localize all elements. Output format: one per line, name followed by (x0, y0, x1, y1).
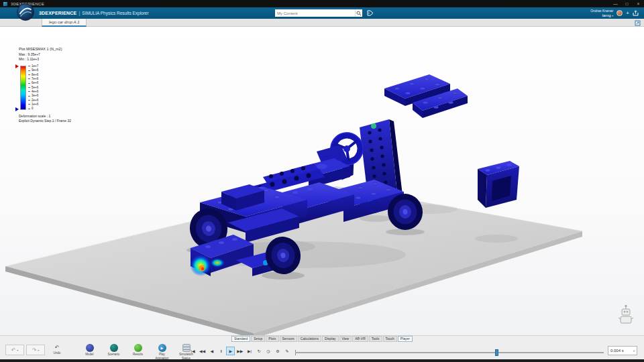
tag-icon[interactable] (366, 9, 374, 17)
redo-history-button[interactable]: ↷ ▾ (26, 345, 45, 355)
model-icon (86, 344, 94, 352)
undo-history-button[interactable]: ↶ ▾ (5, 345, 24, 355)
model-app-button[interactable]: Model (79, 344, 100, 360)
edit-animation-button[interactable]: ✎ (282, 347, 291, 355)
time-display[interactable]: 0.004 s ▾ (608, 346, 637, 355)
ribbon-tab-view[interactable]: View (339, 336, 352, 342)
max-clamp-arrow-icon (15, 64, 19, 68)
plot-title: Plot MISESMAX 1 (N_m2) (19, 47, 71, 51)
results-legend: Plot MISESMAX 1 (N_m2) Max : 9.35e+7 Min… (19, 47, 71, 123)
pause-button[interactable]: ‖ (217, 347, 225, 355)
play-animation-button[interactable]: Play Animation (152, 344, 172, 360)
flying-bracket-piece[interactable] (478, 161, 519, 208)
skip-to-end-button[interactable]: ▶| (245, 347, 254, 355)
share-icon[interactable] (633, 10, 639, 16)
bottom-action-bar: Standard Setup Plots Sensors Calculation… (0, 335, 644, 359)
animation-timeline[interactable] (295, 349, 604, 356)
player-settings-button[interactable]: ⚙ (273, 347, 282, 355)
search-input[interactable] (275, 10, 355, 16)
3ds-compass-logo[interactable] (17, 3, 34, 21)
ribbon-tab-calculations[interactable]: Calculations (298, 336, 321, 342)
ribbon-tab-setup[interactable]: Setup (251, 336, 265, 342)
top-app-bar: 3DEXPERIENCE | SIMULIA Physics Results E… (0, 7, 644, 19)
ribbon-tab-plots[interactable]: Plots (266, 336, 278, 342)
app-name-label: SIMULIA Physics Results Explorer (82, 11, 148, 15)
ribbon-tab-touch[interactable]: Touch (382, 336, 396, 342)
document-tab-bar: lego car drop A.1 (0, 19, 644, 27)
color-scale-bar[interactable] (20, 65, 26, 111)
workspace-dropdown[interactable]: lamg ▾ (602, 13, 614, 18)
time-settings-button[interactable]: ◷ (264, 347, 272, 355)
document-tab[interactable]: lego car drop A.1 (42, 19, 87, 27)
window-bottom-edge (0, 359, 644, 362)
avatar[interactable] (616, 10, 623, 16)
legend-min: Min : 1.11e+3 (19, 57, 71, 62)
results-app-button[interactable]: Results (127, 344, 148, 360)
expand-viewport-icon[interactable] (634, 19, 641, 26)
skip-to-start-button[interactable]: |◀ (189, 347, 197, 355)
ribbon-tab-tools[interactable]: Tools (369, 336, 382, 342)
step-back-button[interactable]: ◀ (207, 347, 216, 355)
add-button[interactable]: + (626, 11, 629, 16)
timeline-handle[interactable] (495, 349, 498, 356)
brand-label: 3DEXPERIENCE (39, 11, 76, 15)
chevron-down-icon: ▾ (38, 349, 39, 352)
user-area: Ondras Kramar lamg ▾ + (590, 8, 639, 18)
min-clamp-arrow-icon (15, 107, 19, 111)
scenario-app-button[interactable]: Scenario (103, 344, 124, 360)
scenario-icon (110, 344, 118, 352)
time-value: 0.004 s (610, 349, 624, 353)
loop-button[interactable]: ↻ (254, 347, 263, 355)
minimize-button[interactable]: — (610, 0, 621, 7)
3d-scene[interactable] (0, 27, 644, 335)
window-titlebar: 3DEXPERIENCE — □ × (0, 0, 644, 7)
undo-icon: ↶ (11, 347, 16, 353)
chevron-down-icon: ▾ (612, 14, 613, 17)
3d-viewport[interactable]: Plot MISESMAX 1 (N_m2) Max : 9.35e+7 Min… (0, 27, 644, 335)
fast-rewind-button[interactable]: ◀◀ (198, 347, 207, 355)
undo-icon: ↶ (55, 345, 60, 351)
play-animation-icon (158, 344, 166, 352)
frame-label: Explicit Dynamic Step.1 / Frame 32 (19, 119, 71, 123)
redo-icon: ↷ (32, 347, 37, 353)
app-icon (3, 2, 7, 6)
color-scale-ticks: 1e+7 9e+6 8e+6 7e+6 6e+6 5e+6 4e+6 3e+6 … (28, 65, 38, 111)
playback-controls: |◀ ◀◀ ◀ ‖ ▶ ▶▶ ▶| ↻ ◷ ⚙ ✎ (189, 347, 291, 355)
window-controls: — □ × (610, 0, 644, 7)
ribbon-tab-sensors[interactable]: Sensors (279, 336, 297, 342)
user-name-label: Ondras Kramar (590, 9, 613, 13)
ribbon-tab-standard[interactable]: Standard (231, 336, 250, 342)
results-icon (134, 344, 142, 352)
play-button[interactable]: ▶ (226, 347, 235, 355)
search-bar[interactable] (275, 9, 362, 17)
fast-forward-button[interactable]: ▶▶ (235, 347, 244, 355)
flying-wing-plates[interactable] (384, 74, 468, 118)
maximize-button[interactable]: □ (621, 0, 633, 7)
ribbon-tab-ar-vr[interactable]: AR-VR (352, 336, 368, 342)
ribbon-tab-strip: Standard Setup Plots Sensors Calculation… (231, 336, 413, 342)
assistant-robot-icon[interactable] (616, 304, 636, 326)
chevron-down-icon: ▾ (633, 349, 635, 353)
ribbon-tab-display[interactable]: Display (322, 336, 338, 342)
close-button[interactable]: × (633, 0, 644, 7)
brand-separator: | (78, 11, 80, 15)
ribbon-tab-player[interactable]: Player (398, 336, 413, 342)
undo-button[interactable]: ↶ Undo (47, 345, 67, 355)
chevron-down-icon: ▾ (17, 349, 18, 352)
search-icon[interactable] (355, 9, 362, 17)
